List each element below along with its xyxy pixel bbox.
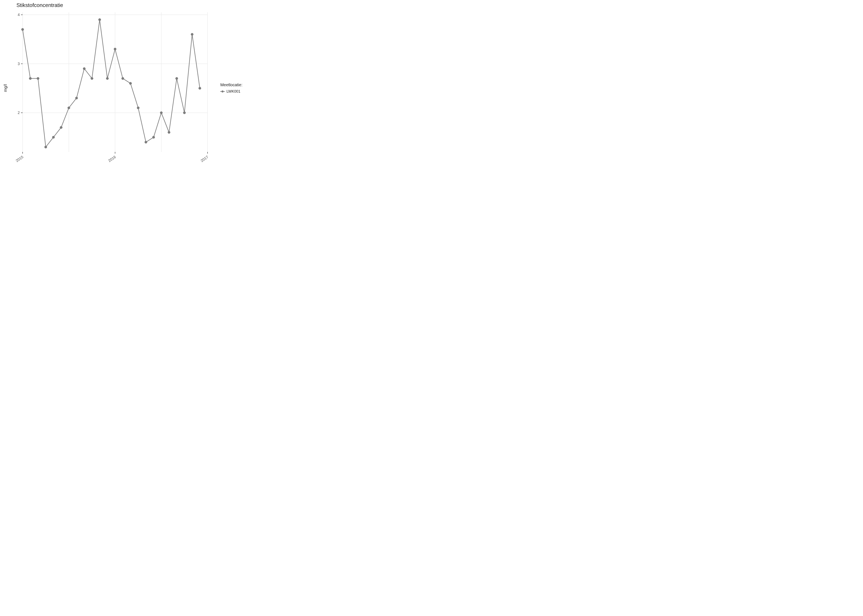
svg-point-14 xyxy=(68,107,70,109)
svg-point-30 xyxy=(191,33,193,36)
svg-point-29 xyxy=(183,112,186,114)
svg-point-28 xyxy=(175,77,178,80)
svg-point-25 xyxy=(153,136,155,138)
svg-text:3: 3 xyxy=(18,62,20,66)
svg-point-20 xyxy=(114,48,116,50)
chart-container: Stikstofconcentratie mg/l 234 2015201620… xyxy=(0,0,247,176)
svg-point-11 xyxy=(44,146,47,148)
y-axis-label: mg/l xyxy=(3,84,8,92)
svg-point-16 xyxy=(83,68,85,70)
svg-point-42 xyxy=(222,90,224,93)
svg-text:4: 4 xyxy=(18,13,20,17)
svg-point-10 xyxy=(37,77,39,80)
svg-point-31 xyxy=(199,87,201,90)
svg-point-26 xyxy=(160,112,162,114)
legend-swatch-icon xyxy=(220,89,225,94)
legend-item: LWK001 xyxy=(220,89,243,94)
svg-point-27 xyxy=(168,131,170,134)
svg-point-12 xyxy=(52,136,55,138)
legend-title: Meetlocatie: xyxy=(220,82,243,87)
svg-point-13 xyxy=(60,126,63,129)
plot-area: 234 201520162017 xyxy=(14,10,209,158)
svg-point-23 xyxy=(137,107,140,109)
legend: Meetlocatie: LWK001 xyxy=(220,82,243,94)
svg-point-15 xyxy=(76,97,78,99)
svg-point-19 xyxy=(106,77,109,80)
svg-point-22 xyxy=(129,82,132,85)
svg-point-24 xyxy=(145,141,147,143)
plot-svg: 234 xyxy=(14,10,209,158)
legend-series-label: LWK001 xyxy=(227,89,240,94)
svg-point-17 xyxy=(91,77,93,80)
svg-point-8 xyxy=(21,28,24,31)
svg-point-21 xyxy=(122,77,124,80)
svg-point-9 xyxy=(29,77,31,80)
chart-title: Stikstofconcentratie xyxy=(16,2,63,8)
svg-point-18 xyxy=(98,19,101,21)
svg-text:2: 2 xyxy=(18,111,20,115)
